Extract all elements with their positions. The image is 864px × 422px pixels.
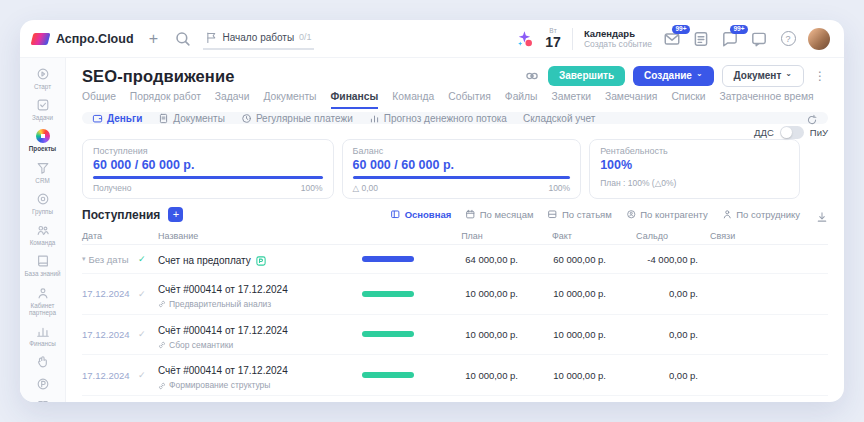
sidebar-item-extra-2[interactable]: [20, 373, 65, 395]
check-icon[interactable]: ✓: [138, 329, 158, 339]
calendar-shortcut[interactable]: Календарь Создать событие: [584, 28, 652, 50]
view-po-mesyatsam[interactable]: По месяцам: [465, 209, 533, 220]
tab-finansy[interactable]: Финансы: [331, 91, 379, 109]
sidebar-item-finance[interactable]: Финансы: [20, 320, 65, 351]
subtab-dengi[interactable]: Деньги: [92, 113, 142, 124]
sidebar-item-tasks[interactable]: Задачи: [20, 94, 65, 125]
tab-sobytiya[interactable]: События: [448, 91, 491, 109]
linked-task[interactable]: Сбор семантики: [158, 340, 362, 351]
row-date-link[interactable]: 17.12.2024: [82, 329, 138, 340]
sidebar-item-extra-3[interactable]: [20, 395, 65, 402]
piu-label: ПиУ: [810, 127, 828, 138]
search-icon[interactable]: [174, 30, 192, 48]
sidebar-item-team[interactable]: Команда: [20, 219, 65, 250]
user-avatar[interactable]: [808, 28, 830, 50]
check-icon[interactable]: ✓: [138, 370, 158, 380]
card-balans: Баланс 60 000 / 60 000 р. △ 0,00 100%: [342, 139, 582, 199]
notifications-badge: 99+: [672, 25, 690, 35]
app-logo[interactable]: Аспро.Cloud: [32, 32, 134, 46]
table-row[interactable]: 17.12.2024 ✓ Счёт #000414 от 17.12.2024 …: [82, 355, 828, 396]
section-title: Поступления: [82, 208, 160, 222]
sidebar-item-start[interactable]: Старт: [20, 63, 65, 94]
misc-icon-2: [36, 377, 50, 391]
groups-icon: [36, 192, 50, 206]
today-date[interactable]: Вт 17: [545, 28, 561, 50]
view-po-sotrudniku[interactable]: По сотруднику: [722, 209, 800, 220]
chat-badge: 99+: [730, 25, 748, 35]
refresh-icon[interactable]: [806, 112, 818, 124]
tab-komanda[interactable]: Команда: [392, 91, 434, 109]
receipt-name-link[interactable]: Счет на предоплату: [158, 255, 267, 268]
knowledge-base-icon: [36, 254, 50, 268]
notifications-icon[interactable]: 99+: [663, 30, 681, 48]
tab-obshchie[interactable]: Общие: [82, 91, 116, 109]
link-icon: [158, 300, 166, 308]
tab-zatrachennoe-vremya[interactable]: Затраченное время: [720, 91, 814, 109]
main-content: SEO-продвижение Завершить Создание⌄ Доку…: [66, 58, 844, 402]
copy-link-icon[interactable]: [524, 68, 540, 84]
tab-zamechaniya[interactable]: Замечания: [605, 91, 658, 109]
add-receipt-button[interactable]: +: [168, 207, 183, 222]
getting-started[interactable]: Начало работы 0/1: [203, 28, 314, 50]
help-icon[interactable]: ?: [779, 30, 797, 48]
subtab-regulyarnye-platezhi[interactable]: Регулярные платежи: [241, 113, 353, 124]
sidebar: Старт Задачи Проекты CRM Группы Команда: [20, 58, 66, 402]
check-icon[interactable]: ✓: [138, 289, 158, 299]
chat-icon[interactable]: 99+: [721, 30, 739, 48]
add-button[interactable]: +: [145, 30, 163, 48]
messages-icon[interactable]: [750, 30, 768, 48]
progress-pill: [362, 372, 414, 378]
sidebar-item-extra-1[interactable]: [20, 351, 65, 373]
view-po-statyam[interactable]: По статьям: [547, 209, 611, 220]
tab-spiski[interactable]: Списки: [671, 91, 705, 109]
tab-zadachi[interactable]: Задачи: [215, 91, 250, 109]
check-icon[interactable]: ✓: [138, 254, 158, 264]
subtab-skladskoy-uchet[interactable]: Складской учет: [523, 113, 595, 124]
contractor-icon: [626, 209, 637, 220]
sidebar-item-knowledge[interactable]: База знаний: [20, 250, 65, 281]
group-toggle[interactable]: ▾ Без даты: [82, 254, 138, 265]
notes-icon[interactable]: [692, 30, 710, 48]
wallet-icon: [92, 113, 103, 124]
receipt-name-link[interactable]: Счёт #000414 от 17.12.2024: [158, 325, 288, 338]
sidebar-item-crm[interactable]: CRM: [20, 157, 65, 188]
view-po-kontragentu[interactable]: По контрагенту: [626, 209, 708, 220]
receipt-name-link[interactable]: Счёт #000414 от 17.12.2024: [158, 284, 288, 297]
linked-task[interactable]: Формирование структуры: [158, 380, 362, 391]
dds-piu-toggle[interactable]: [780, 126, 804, 139]
document-button[interactable]: Документ⌄: [722, 65, 804, 87]
receipt-name-link[interactable]: Счёт #000414 от 17.12.2024: [158, 365, 288, 378]
view-osnovnaya[interactable]: Основная: [390, 209, 451, 220]
stat-cards: Поступления 60 000 / 60 000 р. Получено …: [82, 139, 800, 199]
progress-pill: [362, 256, 414, 262]
linked-task[interactable]: Предварительный анализ: [158, 299, 362, 310]
tab-poryadok-rabot[interactable]: Порядок работ: [130, 91, 201, 109]
tab-zametki[interactable]: Заметки: [552, 91, 591, 109]
invoice-icon: [255, 255, 267, 267]
progress-bar: [93, 176, 323, 179]
table-row[interactable]: 17.12.2024 ✓ Счёт #000414 от 17.12.2024 …: [82, 315, 828, 356]
tab-dokumenty[interactable]: Документы: [263, 91, 316, 109]
row-date-link[interactable]: 17.12.2024: [82, 288, 138, 299]
subtab-dokumenty[interactable]: Документы: [158, 113, 225, 124]
create-button[interactable]: Создание⌄: [633, 66, 714, 86]
app-name: Аспро.Cloud: [56, 32, 134, 46]
tab-fayly[interactable]: Файлы: [505, 91, 538, 109]
table-row[interactable]: 17.12.2024 ✓ Счёт #000414 от 17.12.2024 …: [82, 274, 828, 315]
sidebar-item-groups[interactable]: Группы: [20, 188, 65, 219]
complete-button[interactable]: Завершить: [548, 66, 625, 86]
table-row[interactable]: 17.12.2024 ✓ Счёт #000414 от 17.12.2024 …: [82, 396, 828, 402]
more-menu-icon[interactable]: ⋮: [812, 69, 828, 83]
app-window: Аспро.Cloud + Начало работы 0/1 Вт 17 Ка…: [20, 20, 844, 402]
chevron-down-icon: ⌄: [696, 72, 703, 76]
start-icon: [36, 67, 50, 81]
table-row[interactable]: ▾ Без даты ✓ Счет на предоплату 64 000,0…: [82, 245, 828, 274]
sidebar-item-projects[interactable]: Проекты: [20, 125, 65, 156]
download-icon[interactable]: [816, 209, 828, 221]
row-date-link[interactable]: 17.12.2024: [82, 370, 138, 381]
clock-icon: [241, 113, 252, 124]
ai-sparkle-icon[interactable]: [516, 30, 534, 48]
sidebar-item-partner[interactable]: Кабинет партнера: [20, 282, 65, 320]
crm-icon: [36, 161, 50, 175]
subtab-prognoz[interactable]: Прогноз денежного потока: [369, 113, 507, 124]
